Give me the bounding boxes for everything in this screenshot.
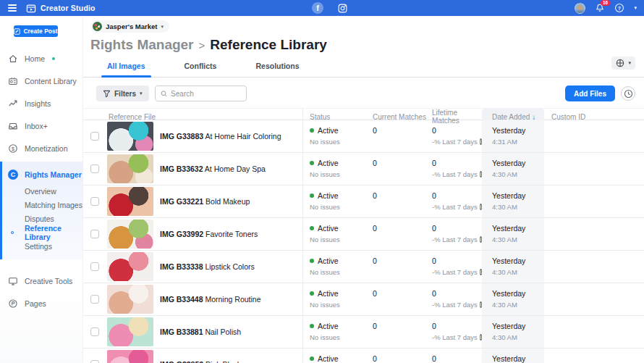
view-options-caret-icon: ▾ [628,60,631,66]
filters-caret-icon: ▾ [140,91,143,96]
current-matches-value: 0 [370,120,430,152]
table-row[interactable]: IMG B33448 Morning Routine Active No iss… [83,283,644,316]
sidebar-item-home[interactable]: Home [0,47,82,70]
row-thumbnail[interactable] [107,317,153,346]
sidebar-subitem-overview[interactable]: Overview [2,184,82,198]
status-cell: Active No issues [303,283,370,315]
sidebar-subitem-reference-library[interactable]: Reference Library [2,225,82,239]
table-row[interactable]: IMG G33853 Pink Blush Active No issues 0… [83,349,644,363]
table-row[interactable]: IMG B33632 At Home Day Spa Active No iss… [83,153,644,185]
column-header-custom-id[interactable]: Custom ID [544,113,644,121]
user-avatar[interactable] [575,3,585,14]
rights-manager-icon: C [8,170,18,180]
breadcrumb-parent[interactable]: Rights Manager [90,37,194,53]
tab-bar: All Images Conflicts Resolutions [83,59,644,78]
active-subitem-bullet [11,231,14,234]
reference-file-name[interactable]: IMG G33883 At Home Hair Coloring [160,120,303,152]
row-thumbnail[interactable] [107,350,153,363]
sidebar-item-rights-manager[interactable]: C Rights Manager [2,165,82,184]
account-selector-caret-icon: ▾ [161,24,164,30]
notification-count-badge: 16 [601,0,609,6]
tab-resolutions[interactable]: Resolutions [250,59,305,77]
reference-file-name[interactable]: IMG B33448 Morning Routine [160,283,303,315]
lifetime-matches-cell: 0 -% Last 7 daysi [430,218,482,250]
lifetime-matches-cell: 0 -% Last 7 daysi [430,153,482,185]
facebook-tab-icon[interactable]: f [312,2,323,14]
table-body: IMG G33883 At Home Hair Coloring Active … [83,120,644,363]
current-matches-value: 0 [370,153,430,185]
current-matches-value: 0 [370,316,430,348]
row-thumbnail[interactable] [107,154,153,183]
row-thumbnail[interactable] [107,187,153,216]
creative-tools-icon [8,276,18,286]
lifetime-matches-cell: 0 -% Last 7 daysi [430,349,482,363]
row-thumbnail[interactable] [107,252,153,281]
row-thumbnail[interactable] [107,285,153,314]
custom-id-cell [544,349,644,363]
reference-file-name[interactable]: IMG B33632 At Home Day Spa [160,153,303,185]
active-status-icon [310,356,314,361]
row-checkbox[interactable] [90,230,99,238]
date-added-cell: Yesterday 4:30 AM [482,349,544,363]
tab-conflicts[interactable]: Conflicts [179,59,223,77]
current-matches-value: 0 [370,185,430,217]
row-checkbox[interactable] [90,262,99,271]
custom-id-cell [544,120,644,152]
current-matches-value: 0 [370,283,430,315]
sidebar-item-inbox[interactable]: Inbox+ [0,114,82,137]
sidebar-item-monetization[interactable]: $ Monetization [0,137,82,159]
add-files-button[interactable]: Add Files [565,85,615,101]
sidebar-subitem-matching-images[interactable]: Matching Images [2,198,82,212]
row-checkbox[interactable] [90,327,99,336]
sidebar-item-insights[interactable]: Insights [0,92,82,114]
row-checkbox[interactable] [90,295,99,304]
row-checkbox[interactable] [90,197,99,206]
filters-button[interactable]: Filters ▾ [96,85,149,101]
custom-id-cell [544,283,644,315]
history-button[interactable] [621,86,635,101]
row-thumbnail[interactable] [107,220,153,249]
menu-icon[interactable] [0,4,22,12]
table-row[interactable]: IMG G33992 Favorite Toners Active No iss… [83,218,644,251]
reference-file-name[interactable]: IMG B33338 Lipstick Colors [160,251,303,283]
lifetime-matches-cell: 0 -% Last 7 daysi [430,185,482,217]
account-caret-icon[interactable]: ▾ [634,5,637,11]
instagram-tab-icon[interactable] [338,4,347,13]
sidebar-item-pages[interactable]: Pages [0,292,82,314]
row-checkbox[interactable] [90,132,99,141]
tab-all-images[interactable]: All Images [101,59,151,77]
date-added-cell: Yesterday 4:30 AM [482,251,544,283]
table-row[interactable]: IMG B33338 Lipstick Colors Active No iss… [83,251,644,283]
reference-file-name[interactable]: IMG G33853 Pink Blush [160,349,303,363]
account-selector[interactable]: Jasper's Market ▾ [90,20,169,33]
custom-id-cell [544,316,644,348]
help-icon[interactable]: ? [614,3,624,13]
reference-file-name[interactable]: IMG B33881 Nail Polish [160,316,303,348]
custom-id-cell [544,218,644,250]
sidebar-item-content-library[interactable]: Content Library [0,70,82,92]
sidebar-subitem-settings[interactable]: Settings [2,239,82,253]
notifications-bell-icon[interactable]: 16 [595,3,605,13]
monetization-icon: $ [8,143,18,154]
column-header-status[interactable]: Status [303,113,370,121]
active-status-icon [310,226,314,230]
column-header-current-matches[interactable]: Current Matches [370,113,430,121]
reference-file-name[interactable]: IMG G33221 Bold Makeup [160,185,303,217]
table-row[interactable]: IMG B33881 Nail Polish Active No issues … [83,316,644,349]
table-row[interactable]: IMG G33883 At Home Hair Coloring Active … [83,120,644,153]
svg-text:?: ? [618,6,621,11]
row-thumbnail[interactable] [107,122,153,151]
lifetime-matches-cell: 0 -% Last 7 daysi [430,120,482,152]
create-post-button[interactable]: Create Post [14,25,58,37]
sidebar-item-creative-tools[interactable]: Creative Tools [0,270,82,292]
row-checkbox[interactable] [90,164,99,173]
current-matches-value: 0 [370,349,430,363]
main-content: Jasper's Market ▾ Rights Manager > Refer… [83,16,644,363]
reference-file-name[interactable]: IMG G33992 Favorite Toners [160,218,303,250]
search-input[interactable] [171,90,240,98]
view-options-button[interactable]: ▾ [611,57,635,70]
row-checkbox[interactable] [90,360,99,363]
search-box [155,85,247,101]
status-cell: Active No issues [303,316,370,348]
table-row[interactable]: IMG G33221 Bold Makeup Active No issues … [83,185,644,218]
